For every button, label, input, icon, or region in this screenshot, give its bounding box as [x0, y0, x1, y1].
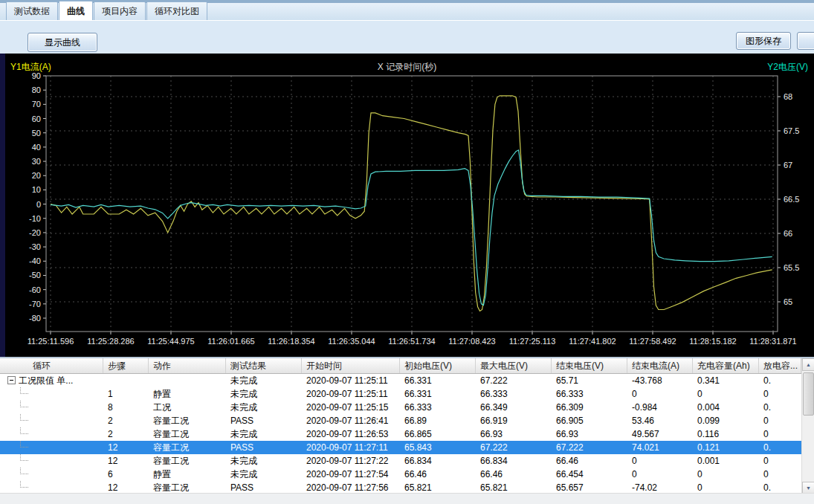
table-cell: 0.121 [693, 441, 759, 454]
collapse-minus-icon[interactable] [7, 376, 16, 384]
y1-tick-label: 80 [32, 85, 41, 94]
table-cell: -0.984 [627, 401, 693, 414]
table-cell: 工况 [149, 401, 226, 414]
table-cell: 66.905 [552, 414, 627, 427]
column-header-9[interactable]: 充电容量(Ah) [693, 358, 759, 373]
table-cell: 0 [759, 414, 801, 427]
table-cell: 0 [627, 387, 693, 401]
table-row[interactable]: 6静置未完成2020-09-07 11:27:5466.4666.4666.45… [0, 468, 814, 481]
x-tick-label: 11:26:01.665 [207, 337, 254, 346]
y1-tick-label: 50 [32, 129, 41, 138]
horizontal-scrollbar[interactable] [0, 493, 814, 504]
scrollbar-thumb[interactable] [803, 372, 814, 416]
table-cell: 2020-09-07 11:26:41 [302, 414, 400, 427]
table-cell: 12 [103, 441, 149, 454]
table-cell: 2020-09-07 11:25:11 [302, 387, 400, 401]
table-cell [0, 387, 103, 401]
table-cell: 容量工况 [149, 441, 226, 454]
table-row[interactable]: 12容量工况PASS2020-09-07 11:27:1165.84367.22… [0, 441, 814, 454]
table-cell [0, 427, 103, 441]
x-tick-label: 11:27:25.113 [509, 337, 556, 346]
table-cell: 0 [627, 454, 693, 468]
tree-branch-icon [20, 387, 28, 394]
y1-tick-label: -30 [29, 242, 41, 251]
table-cell: 66.46 [476, 468, 552, 481]
table-cell: 66.333 [552, 387, 627, 401]
table-row[interactable]: 12容量工况未完成2020-09-07 11:27:2266.83466.834… [0, 454, 814, 468]
x-tick-label: 11:27:08.423 [448, 337, 495, 346]
table-row[interactable]: 2容量工况未完成2020-09-07 11:26:5366.86566.9366… [0, 427, 814, 441]
table-cell: 66.333 [476, 387, 552, 401]
table-cell: 容量工况 [149, 427, 226, 441]
column-header-8[interactable]: 结束电流(A) [627, 358, 693, 373]
table-cell: 未完成 [226, 427, 302, 441]
scroll-up-button[interactable]: ▲ [802, 358, 814, 371]
tree-branch-icon [20, 454, 28, 461]
table-row[interactable]: 工况限值 单...未完成2020-09-07 11:25:1166.33167.… [0, 374, 814, 387]
table-cell: 2 [103, 427, 149, 441]
y2-tick-label: 66 [784, 229, 792, 238]
chart-plot: 11:25:11.59611:25:28.28611:25:44.97511:2… [0, 54, 814, 357]
table-cell: 0. [759, 441, 801, 454]
table-cell: 2020-09-07 11:27:22 [302, 454, 400, 468]
table-row[interactable]: 8工况未完成2020-09-07 11:25:1566.33366.34966.… [0, 401, 814, 414]
table-cell: 静置 [149, 468, 226, 481]
table-cell: 66.834 [476, 454, 552, 468]
table-cell: 8 [103, 401, 149, 414]
x-tick-label: 11:26:18.354 [268, 337, 314, 346]
table-cell: 0.004 [693, 401, 759, 414]
table-cell: 0 [693, 387, 759, 401]
column-header-7[interactable]: 结束电压(V) [552, 358, 627, 373]
table-cell: 74.021 [627, 441, 693, 454]
clipped-curve-button[interactable]: 曲 [797, 32, 814, 50]
y1-tick-label: 70 [32, 100, 41, 109]
y1-tick-label: 10 [32, 185, 41, 194]
table-row[interactable]: 2容量工况PASS2020-09-07 11:26:4166.8966.9196… [0, 414, 814, 427]
save-graph-button[interactable]: 图形保存 [736, 32, 791, 50]
table-row[interactable]: 1静置未完成2020-09-07 11:25:1166.33166.33366.… [0, 387, 814, 401]
table-header: 循环步骤动作测试结果开始时间初始电压(V)最大电压(V)结束电压(V)结束电流(… [0, 358, 814, 374]
column-header-1[interactable]: 步骤 [103, 358, 149, 373]
x-tick-label: 11:28:15.182 [689, 337, 736, 346]
x-tick-label: 11:28:31.871 [749, 337, 796, 346]
tab-0[interactable]: 测试数据 [6, 1, 58, 20]
tree-branch-icon [20, 427, 28, 434]
table-cell: 0.099 [693, 414, 759, 427]
x-tick-label: 11:25:44.975 [147, 337, 194, 346]
y2-tick-label: 68 [784, 92, 792, 101]
column-header-4[interactable]: 开始时间 [302, 358, 400, 373]
table-cell: 66.331 [400, 387, 476, 401]
y1-tick-label: 0 [36, 200, 41, 209]
table-cell: 未完成 [226, 454, 302, 468]
table-cell: 66.93 [476, 427, 552, 441]
table-cell: 2020-09-07 11:26:53 [302, 427, 400, 441]
table-cell: 67.222 [476, 441, 552, 454]
tab-3[interactable]: 循环对比图 [146, 1, 207, 20]
column-header-6[interactable]: 最大电压(V) [476, 358, 552, 373]
table-cell: 6 [103, 468, 149, 481]
tab-1[interactable]: 曲线 [59, 1, 93, 20]
results-table: 循环步骤动作测试结果开始时间初始电压(V)最大电压(V)结束电压(V)结束电流(… [0, 357, 814, 504]
y1-tick-label: 60 [32, 114, 41, 123]
table-cell: 0 [759, 387, 801, 401]
table-cell: 67.222 [476, 374, 552, 387]
table-cell: 1 [103, 387, 149, 401]
table-cell: 66.93 [552, 427, 627, 441]
series-0 [51, 96, 772, 311]
table-cell [0, 441, 103, 454]
tree-branch-icon [20, 468, 28, 474]
column-header-3[interactable]: 测试结果 [226, 358, 302, 373]
vertical-scrollbar[interactable]: ▲ ▼ [801, 358, 814, 494]
table-cell: 2020-09-07 11:25:11 [302, 374, 400, 387]
tree-branch-icon [20, 481, 28, 488]
column-header-2[interactable]: 动作 [149, 358, 226, 373]
column-header-5[interactable]: 初始电压(V) [400, 358, 476, 373]
column-header-10[interactable]: 放电容... [759, 358, 801, 373]
table-cell [0, 401, 103, 414]
column-header-0[interactable]: 循环 [0, 358, 103, 373]
tree-branch-icon [20, 441, 28, 448]
table-cell: 67.222 [552, 441, 627, 454]
show-curve-button[interactable]: 显示曲线 [28, 33, 97, 52]
table-cell: 0 [693, 468, 759, 481]
tab-2[interactable]: 项目内容 [94, 1, 146, 20]
